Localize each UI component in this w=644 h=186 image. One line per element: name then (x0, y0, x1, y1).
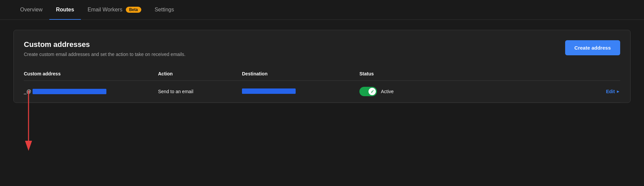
toggle-track: ✓ (359, 87, 377, 96)
column-actions (460, 71, 620, 76)
address-cell: _@ (24, 89, 158, 94)
column-destination: Destination (242, 71, 359, 76)
card-title: Custom addresses (24, 40, 186, 49)
action-cell: Send to an email (158, 89, 242, 94)
toggle-wrapper: ✓ Active (359, 87, 460, 96)
edit-arrow-icon: ► (616, 89, 620, 94)
edit-link[interactable]: Edit ► (460, 89, 620, 94)
column-custom-address: Custom address (24, 71, 158, 76)
nav-tabs: Overview Routes Email Workers Beta Setti… (0, 0, 644, 20)
tab-settings[interactable]: Settings (148, 0, 181, 19)
address-redacted-bar (33, 89, 106, 94)
destination-cell (242, 88, 359, 95)
beta-badge: Beta (126, 7, 141, 13)
tab-routes[interactable]: Routes (49, 0, 81, 19)
toggle-thumb: ✓ (368, 88, 376, 95)
table-container: Custom address Action Destination Status… (24, 67, 620, 103)
check-icon: ✓ (370, 89, 374, 94)
card-description: Create custom email addresses and set th… (24, 52, 186, 57)
edit-label: Edit (606, 89, 615, 94)
tab-email-workers[interactable]: Email Workers Beta (81, 0, 148, 19)
status-label: Active (381, 89, 394, 94)
card-header-text: Custom addresses Create custom email add… (24, 40, 186, 57)
tab-overview[interactable]: Overview (13, 0, 49, 19)
table-header: Custom address Action Destination Status (24, 67, 620, 81)
main-content: Custom addresses Create custom email add… (0, 20, 644, 113)
destination-redacted-bar (242, 88, 296, 94)
status-toggle[interactable]: ✓ (359, 87, 377, 96)
edit-cell: Edit ► (460, 89, 620, 94)
create-address-button[interactable]: Create address (565, 40, 620, 55)
redacted-address: _@ (24, 89, 158, 94)
column-status: Status (359, 71, 460, 76)
custom-addresses-card: Custom addresses Create custom email add… (13, 30, 631, 103)
card-header: Custom addresses Create custom email add… (24, 40, 620, 57)
status-cell: ✓ Active (359, 87, 460, 96)
address-prefix: _@ (24, 89, 31, 94)
tab-email-workers-label: Email Workers (88, 7, 122, 13)
table-row: _@ Send to an email (24, 81, 620, 103)
column-action: Action (158, 71, 242, 76)
